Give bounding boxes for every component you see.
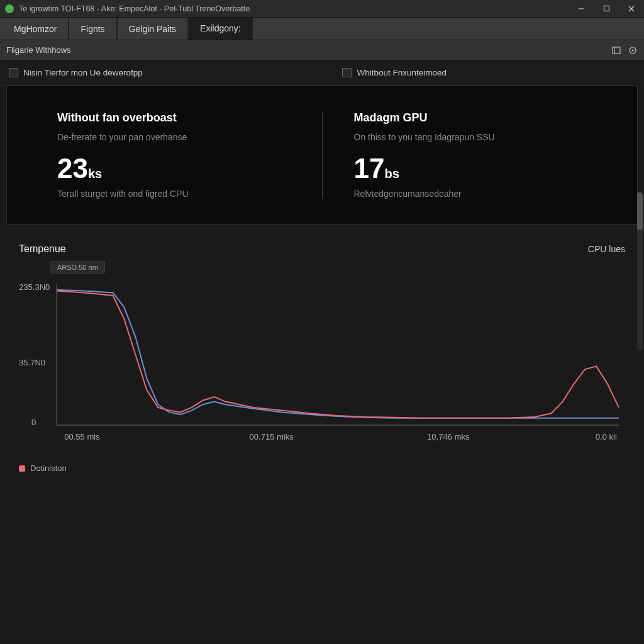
chart-header: Tempenue CPU lues (6, 225, 638, 261)
chart-right-label: CPU lues (588, 244, 625, 254)
stat-value: 17bs (354, 155, 587, 182)
stat-number: 23 (57, 153, 88, 184)
chart-series-dotiniston (57, 291, 619, 418)
option-label: Whitbout Fnxunteimoed (357, 68, 447, 77)
maximize-button[interactable] (594, 0, 619, 18)
y-tick: 35.7N0 (19, 358, 45, 367)
svg-point-7 (632, 49, 634, 51)
stat-heading: Without fan overboast (57, 111, 291, 125)
maximize-icon (603, 5, 610, 12)
divider (322, 111, 323, 199)
minimize-button[interactable] (569, 0, 594, 18)
x-tick: 00.715 miks (250, 432, 294, 441)
chart-badge[interactable]: ARSO.50 nm (50, 261, 105, 274)
checkbox-icon (342, 68, 352, 77)
option-nisin-tierfor[interactable]: Nisin Tierfor mon Ue dewerofpp (9, 68, 143, 77)
settings-icon[interactable] (628, 45, 638, 55)
stat-value: 23ks (57, 155, 291, 182)
chart-series-b (57, 290, 619, 418)
stat-fan-overboast: Without fan overboast De-frerate to your… (38, 105, 309, 205)
stats-panel: Without fan overboast De-frerate to your… (6, 86, 638, 225)
app-icon (5, 4, 14, 13)
chart-legend: Dotiniston (6, 460, 638, 486)
option-whitbout[interactable]: Whitbout Fnxunteimoed (342, 68, 447, 77)
scrollbar-thumb[interactable] (637, 192, 643, 230)
stat-number: 17 (354, 153, 385, 184)
window-controls (569, 0, 644, 18)
x-tick: 0.0 kii (596, 432, 617, 441)
minimize-icon (577, 5, 585, 13)
app-window: Te igrowtim TOI-FT68 - Ake: EmpecAlot - … (0, 0, 644, 644)
titlebar: Te igrowtim TOI-FT68 - Ake: EmpecAlot - … (0, 0, 644, 18)
window-title: Te igrowtim TOI-FT68 - Ake: EmpecAlot - … (19, 4, 569, 13)
option-label: Nisin Tierfor mon Ue dewerofpp (23, 68, 143, 77)
tab-bar: MgHomzor Fignts Gelgin Paits Exildgony: (0, 18, 644, 40)
close-icon (628, 5, 635, 13)
expand-icon[interactable] (611, 45, 621, 55)
tab-exildgony[interactable]: Exildgony: (188, 18, 253, 40)
x-tick: 00.55 mis (64, 432, 100, 441)
x-tick: 10,746 mks (427, 432, 470, 441)
y-tick: 0 (31, 418, 36, 427)
legend-swatch-icon (19, 465, 25, 472)
stat-caption: Terall sturget with ond figred CPU (57, 189, 291, 199)
stat-unit: ks (88, 167, 102, 180)
close-button[interactable] (619, 0, 644, 18)
scrollbar[interactable] (637, 192, 643, 350)
tab-fignts[interactable]: Fignts (69, 18, 116, 40)
stat-gpu: Madagm GPU On thiss to you tang Idagrapu… (335, 105, 606, 205)
subheader-title: Fligarie Withhows (6, 45, 611, 55)
y-tick: 235.3N0 (19, 282, 50, 292)
chart-title: Tempenue (19, 243, 588, 255)
sub-header: Fligarie Withhows (0, 40, 644, 60)
chart-svg: 235.3N0 35.7N0 0 00.55 mis 00.715 miks 1… (19, 277, 625, 453)
checkbox-icon (9, 68, 18, 77)
stat-subtext: De-frerate to your pan overhanse (57, 132, 291, 142)
svg-rect-1 (604, 6, 609, 11)
options-row: Nisin Tierfor mon Ue dewerofpp Whitbout … (0, 60, 644, 86)
tab-gelgin-paits[interactable]: Gelgin Paits (117, 18, 188, 40)
chart-area: 235.3N0 35.7N0 0 00.55 mis 00.715 miks 1… (6, 277, 638, 460)
stat-heading: Madagm GPU (354, 111, 587, 125)
stat-unit: bs (384, 167, 399, 180)
tab-mghomzor[interactable]: MgHomzor (3, 18, 69, 40)
legend-label: Dotiniston (30, 464, 67, 473)
stat-caption: Relvtedgencumansedeaher (354, 189, 587, 199)
stat-subtext: On thiss to you tang Idagrapun SSU (354, 132, 587, 142)
svg-rect-4 (613, 47, 620, 53)
